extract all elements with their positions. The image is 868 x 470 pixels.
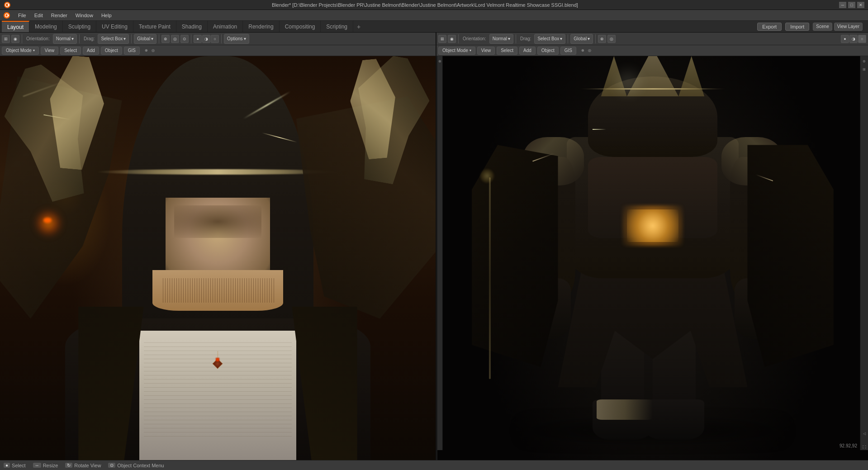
import-button[interactable]: Import	[785, 23, 809, 31]
gis-menu-r[interactable]: GIS	[560, 47, 576, 55]
status-resize: ↔ Resize	[33, 463, 58, 468]
separator-r4	[595, 34, 596, 43]
close-button[interactable]: ✕	[857, 2, 864, 8]
editor-type-icon-r[interactable]: ⊞	[438, 35, 446, 43]
add-menu-r[interactable]: Add	[519, 47, 536, 55]
add-menu[interactable]: Add	[83, 47, 99, 55]
viewport-resize-handle[interactable]	[432, 56, 436, 60]
object-mode-dropdown-r[interactable]: Object Mode ▾	[438, 47, 475, 55]
viewport-left[interactable]	[0, 56, 436, 460]
tab-rendering[interactable]: Rendering	[243, 21, 279, 32]
overhead-light	[610, 64, 646, 100]
minimize-button[interactable]: ─	[839, 2, 846, 8]
object-mode-arrow-r-icon: ▾	[470, 48, 471, 52]
drag-dropdown-r[interactable]: Select Box ▾	[534, 34, 565, 44]
add-label: Add	[87, 48, 95, 53]
view-menu-r[interactable]: View	[477, 47, 495, 55]
tool-shelf-icon[interactable]: ⊞	[861, 66, 868, 72]
toolbars-row: ⊞ ◉ Orientation: Normal ▾ Drag: Select B…	[0, 33, 868, 45]
separator-r1	[458, 34, 459, 43]
pendant	[196, 351, 239, 383]
titlebar-left	[4, 1, 11, 9]
fullscreen-icon[interactable]: ⛶	[861, 444, 868, 450]
select-menu[interactable]: Select	[60, 47, 81, 55]
export-button[interactable]: Export	[757, 23, 782, 31]
proportional-edit-icon-r[interactable]: ◎	[607, 35, 616, 43]
tab-modeling[interactable]: Modeling	[29, 21, 63, 32]
viewport-overlay-icon[interactable]: ◉	[11, 35, 19, 43]
toolbar-right: ⊞ ◉ Orientation: Normal ▾ Drag: Select B…	[436, 33, 868, 45]
overlay-icon-1[interactable]: ⊕	[143, 47, 150, 54]
select-menu-r[interactable]: Select	[497, 47, 517, 55]
separator-1	[22, 34, 22, 43]
sidebar-toggle-icon[interactable]: ◁	[861, 430, 868, 437]
object-menu-r[interactable]: Object	[537, 47, 559, 55]
orientation-dropdown-r[interactable]: Normal ▾	[489, 34, 513, 44]
transform-pivot-icon[interactable]: ⊙	[180, 35, 189, 43]
menu-bar: File Edit Render Window Help	[0, 10, 868, 21]
overlay-icon-2[interactable]: ◎	[150, 47, 157, 54]
pendant-glow	[216, 358, 219, 361]
tab-compositing[interactable]: Compositing	[280, 21, 321, 32]
menu-render[interactable]: Render	[47, 12, 71, 19]
viewports-area: 92.92,92 ⊛ ⊞ ◁ ⛶ ⊕	[0, 56, 868, 460]
solid-shading-btn-r[interactable]: ●	[841, 35, 849, 43]
select-label: Select	[64, 48, 77, 53]
snap-icon[interactable]: ⊕	[161, 35, 170, 43]
add-workspace-button[interactable]: +	[353, 21, 364, 32]
rendered-shading-btn-r[interactable]: ○	[858, 35, 866, 43]
tab-texture-paint[interactable]: Texture Paint	[133, 21, 176, 32]
view-label-r: View	[481, 48, 491, 53]
tab-layout[interactable]: Layout	[2, 21, 29, 32]
drag-dropdown[interactable]: Select Box ▾	[98, 34, 129, 44]
snap-icon-r[interactable]: ⊕	[598, 35, 606, 43]
svg-point-2	[8, 4, 9, 6]
viewport-resize-handle-br[interactable]	[432, 456, 436, 460]
rendered-shading-btn[interactable]: ○	[211, 35, 219, 43]
material-shading-btn[interactable]: ◑	[202, 35, 210, 43]
view-layer-selector[interactable]: View Layer	[834, 23, 863, 31]
transform-dropdown[interactable]: Global ▾	[134, 34, 157, 44]
options-button[interactable]: Options ▾	[224, 34, 249, 44]
solid-shading-btn[interactable]: ●	[194, 35, 202, 43]
scene-selector[interactable]: Scene	[813, 23, 832, 31]
object-menu[interactable]: Object	[101, 47, 122, 55]
proportional-edit-icon[interactable]: ◎	[171, 35, 179, 43]
orientation-label: Orientation:	[24, 36, 52, 41]
separator-6	[221, 34, 222, 43]
tool-icon-r1[interactable]: ⊕	[437, 58, 443, 64]
blender-menu-logo[interactable]	[2, 10, 12, 20]
gis-menu[interactable]: GIS	[124, 47, 140, 55]
overlay-icon-r2[interactable]: ◎	[587, 47, 593, 54]
overlay-icon-r1[interactable]: ⊕	[580, 47, 586, 54]
maximize-button[interactable]: □	[848, 2, 855, 8]
tab-animation[interactable]: Animation	[208, 21, 243, 32]
mode-row-left: Object Mode ▾ View Select Add Object GIS…	[0, 45, 436, 56]
viewport-right[interactable]: 92.92,92 ⊛ ⊞ ◁ ⛶ ⊕	[437, 56, 868, 460]
editor-type-icon[interactable]: ⊞	[2, 35, 10, 43]
workspace-right-controls: Export Import Scene View Layer	[757, 21, 866, 32]
tab-uv-editing[interactable]: UV Editing	[96, 21, 133, 32]
tab-sculpting[interactable]: Sculpting	[63, 21, 96, 32]
menu-help[interactable]: Help	[98, 12, 115, 19]
orientation-arrow-icon: ▾	[71, 36, 74, 41]
viewport-overlay-icon-r[interactable]: ◉	[448, 35, 456, 43]
material-shading-btn-r[interactable]: ◑	[849, 35, 858, 43]
object-mode-dropdown[interactable]: Object Mode ▾	[2, 47, 39, 55]
context-key: ⊙	[108, 463, 115, 468]
object-mode-arrow-icon: ▾	[33, 48, 35, 52]
coordinates-value: 92.92,92	[840, 443, 857, 448]
menu-file[interactable]: File	[14, 12, 30, 19]
tab-shading[interactable]: Shading	[176, 21, 208, 32]
menu-window[interactable]: Window	[72, 12, 97, 19]
viewport-overlays-row-r: ⊕ ◎	[580, 47, 593, 54]
add-label-r: Add	[523, 48, 531, 53]
tab-scripting[interactable]: Scripting	[321, 21, 353, 32]
status-resize-label: Resize	[43, 463, 58, 468]
view-menu[interactable]: View	[41, 47, 59, 55]
menu-edit[interactable]: Edit	[31, 12, 47, 19]
orientation-value-r: Normal	[493, 36, 507, 41]
orientation-dropdown[interactable]: Normal ▾	[53, 34, 77, 44]
properties-icon[interactable]: ⊛	[861, 58, 868, 64]
transform-dropdown-r[interactable]: Global ▾	[570, 34, 593, 44]
